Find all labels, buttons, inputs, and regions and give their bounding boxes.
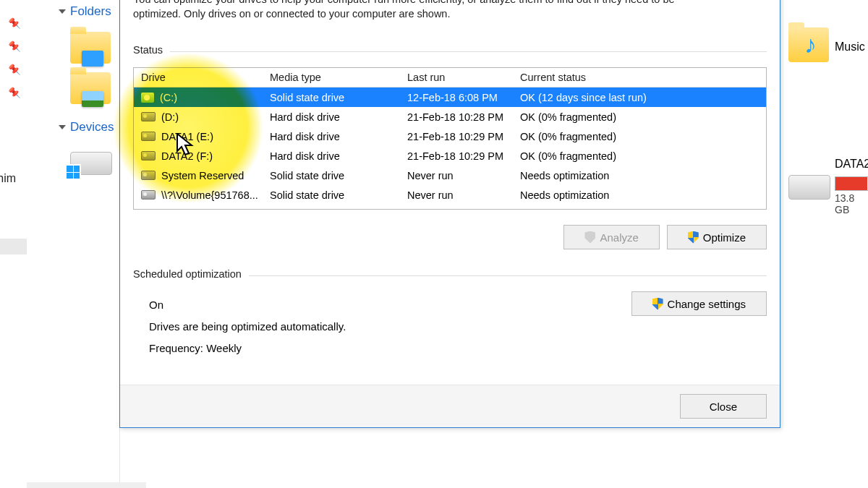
- table-header: Drive Media type Last run Current status: [134, 68, 766, 87]
- analyze-button[interactable]: Analyze: [563, 225, 659, 249]
- col-status[interactable]: Current status: [520, 72, 766, 83]
- pin-icon: 📌: [9, 87, 21, 98]
- col-drive[interactable]: Drive: [134, 72, 270, 83]
- last-run: 21-Feb-18 10:28 PM: [407, 111, 520, 123]
- media-type: Hard disk drive: [270, 150, 407, 162]
- media-type: Solid state drive: [270, 189, 407, 201]
- data2-label[interactable]: DATA2: [835, 158, 868, 171]
- music-folder-icon[interactable]: ♪: [788, 27, 829, 62]
- col-media[interactable]: Media type: [270, 72, 407, 83]
- drive-name: DATA1 (E:): [161, 131, 213, 142]
- last-run: 21-Feb-18 10:29 PM: [407, 150, 520, 162]
- last-run: Never run: [407, 189, 520, 201]
- status-section-label: Status: [133, 44, 170, 56]
- folder-pictures-icon[interactable]: [70, 72, 111, 104]
- last-run: 12-Feb-18 6:08 PM: [407, 92, 520, 103]
- table-row[interactable]: DATA1 (E:)Hard disk drive21-Feb-18 10:29…: [134, 127, 766, 146]
- current-status: OK (0% fragmented): [520, 131, 766, 142]
- current-status: Needs optimization: [520, 189, 766, 201]
- media-type: Solid state drive: [270, 170, 407, 181]
- status-divider: [133, 51, 767, 52]
- current-status: OK (0% fragmented): [520, 111, 766, 123]
- data2-size-label: 13.8 GB: [835, 192, 868, 215]
- drives-table[interactable]: Drive Media type Last run Current status…: [133, 67, 767, 210]
- col-last[interactable]: Last run: [407, 72, 520, 83]
- devices-label: Devices: [70, 120, 114, 134]
- desktop-overlay-icon: [82, 51, 103, 67]
- drive-icon: [141, 132, 156, 141]
- drive-icon: [141, 93, 154, 103]
- folders-header[interactable]: Folders: [27, 0, 119, 23]
- pin-icon: 📌: [9, 40, 21, 52]
- data2-usage-bar: [835, 176, 868, 191]
- schedule-freq: Frequency: Weekly: [149, 338, 346, 359]
- uac-shield-icon: [688, 231, 699, 244]
- change-settings-label: Change settings: [668, 298, 746, 310]
- uac-shield-icon: [584, 231, 595, 244]
- sched-section-label: Scheduled optimization: [133, 268, 249, 280]
- action-buttons: Analyze Optimize: [563, 225, 767, 249]
- devices-header[interactable]: Devices: [27, 113, 119, 139]
- truncated-item-label[interactable]: -phim: [0, 172, 16, 185]
- table-row[interactable]: (D:)Hard disk drive21-Feb-18 10:28 PMOK …: [134, 107, 766, 127]
- current-status: Needs optimization: [520, 170, 766, 181]
- drive-name: (C:): [160, 92, 177, 103]
- drive-icon: [141, 171, 156, 180]
- table-row[interactable]: \\?\Volume{951768...Solid state driveNev…: [134, 185, 766, 205]
- data2-drive-icon[interactable]: [788, 175, 830, 200]
- chevron-down-icon: [59, 125, 66, 129]
- close-label: Close: [710, 401, 737, 413]
- scroll-right-icon[interactable]: ›: [133, 485, 145, 488]
- drive-name: DATA2 (F:): [161, 150, 213, 162]
- optimize-label: Optimize: [703, 231, 746, 244]
- media-type: Hard disk drive: [270, 131, 407, 142]
- drive-c-icon[interactable]: [70, 152, 112, 175]
- schedule-info: On Drives are being optimized automatica…: [149, 294, 346, 359]
- current-status: OK (0% fragmented): [520, 150, 766, 162]
- explorer-nav-pane: Folders Devices ‹ ›: [27, 0, 120, 488]
- drive-icon: [141, 190, 156, 200]
- table-row[interactable]: System ReservedSolid state driveNever ru…: [134, 166, 766, 185]
- media-type: Hard disk drive: [270, 111, 407, 123]
- last-run: Never run: [407, 170, 520, 181]
- quick-access-pins: 📌 📌 📌 📌 -phim: [0, 0, 27, 249]
- drive-name: System Reserved: [161, 170, 244, 181]
- media-type: Solid state drive: [270, 92, 407, 103]
- selection-bg: [0, 239, 27, 254]
- music-note-icon: ♪: [804, 30, 817, 59]
- optimize-drives-dialog: You can optimize your drives to help you…: [119, 0, 780, 428]
- pin-icon: 📌: [9, 17, 21, 29]
- picture-overlay-icon: [82, 91, 103, 107]
- intro-line1: You can optimize your drives to help you…: [133, 0, 675, 5]
- table-row[interactable]: DATA2 (F:)Hard disk drive21-Feb-18 10:29…: [134, 146, 766, 166]
- chevron-down-icon: [59, 9, 66, 14]
- drive-icon: [141, 151, 156, 160]
- current-status: OK (12 days since last run): [520, 92, 766, 103]
- pin-icon: 📌: [9, 64, 21, 75]
- drive-name: \\?\Volume{951768...: [161, 189, 258, 201]
- folder-desktop-icon[interactable]: [70, 32, 111, 64]
- folders-label: Folders: [70, 4, 111, 19]
- scroll-left-icon[interactable]: ‹: [28, 485, 40, 488]
- horizontal-scrollbar[interactable]: ‹ ›: [27, 482, 146, 488]
- optimize-button[interactable]: Optimize: [667, 225, 767, 249]
- change-settings-button[interactable]: Change settings: [631, 291, 767, 316]
- analyze-label: Analyze: [600, 231, 638, 244]
- dialog-footer: Close: [120, 385, 780, 427]
- windows-logo-icon: [65, 164, 81, 180]
- drive-name: (D:): [161, 111, 179, 123]
- table-row[interactable]: (C:)Solid state drive12-Feb-18 6:08 PMOK…: [134, 87, 766, 107]
- close-button[interactable]: Close: [680, 394, 767, 419]
- intro-line2: optimized. Only drives on or connected t…: [133, 8, 450, 20]
- uac-shield-icon: [652, 298, 663, 310]
- schedule-desc: Drives are being optimized automatically…: [149, 316, 346, 338]
- last-run: 21-Feb-18 10:29 PM: [407, 131, 520, 142]
- explorer-content-edge: ♪ Music DATA2 13.8 GB: [784, 0, 868, 488]
- data2-usage-fill: [835, 177, 867, 190]
- schedule-on: On: [149, 294, 346, 316]
- dialog-intro: You can optimize your drives to help you…: [133, 0, 767, 21]
- music-label[interactable]: Music: [835, 40, 865, 53]
- drive-icon: [141, 112, 156, 121]
